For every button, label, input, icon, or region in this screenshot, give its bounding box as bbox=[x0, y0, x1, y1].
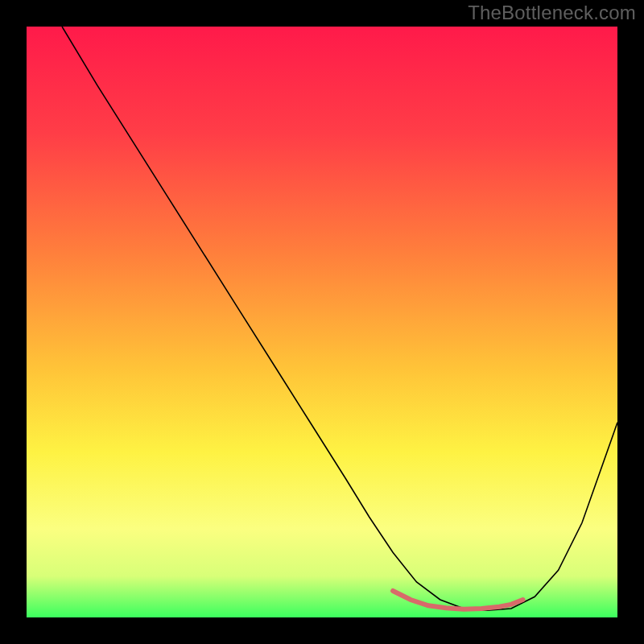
watermark-text: TheBottleneck.com bbox=[468, 2, 636, 24]
gradient-rect bbox=[27, 27, 617, 617]
chart-svg bbox=[27, 27, 617, 617]
chart-frame: TheBottleneck.com bbox=[0, 0, 644, 644]
plot-area bbox=[27, 27, 617, 617]
